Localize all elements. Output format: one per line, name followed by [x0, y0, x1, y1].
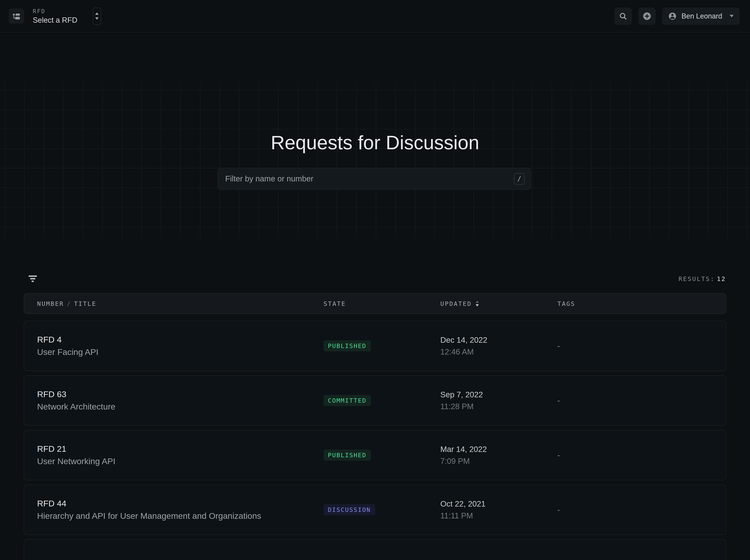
rfd-eyebrow-label: RFD	[33, 8, 77, 15]
sort-desc-icon	[476, 304, 479, 306]
updated-time: 11:28 PM	[440, 402, 557, 411]
rfd-index-page: { "header": { "app_label": "RFD", "selec…	[0, 0, 750, 560]
updated-date: Oct 22, 2021	[440, 499, 557, 509]
updated-date: Mar 14, 2022	[440, 445, 557, 454]
rfd-number: RFD 70	[37, 558, 323, 560]
results-bar: RESULTS:12	[24, 275, 726, 282]
results-section: RESULTS:12 NUMBER/TITLE STATE UPDATED TA…	[24, 275, 726, 560]
sort-arrows-icon	[476, 301, 479, 306]
state-badge: PUBLISHED	[323, 340, 371, 351]
table-header: NUMBER/TITLE STATE UPDATED TAGS	[24, 293, 726, 314]
results-value: 12	[717, 275, 726, 282]
filter-input[interactable]	[218, 168, 514, 189]
search-button[interactable]	[614, 7, 632, 25]
updated-date: Dec 14, 2022	[440, 336, 557, 345]
plus-circle-icon	[643, 12, 652, 21]
search-icon	[619, 12, 628, 21]
rfd-number: RFD 44	[37, 499, 323, 509]
user-name: Ben Leonard	[682, 12, 722, 20]
person-circle-icon	[668, 12, 677, 21]
rfd-number: RFD 21	[37, 444, 323, 454]
updated-date: Sep 30, 2021	[440, 558, 557, 560]
top-bar-actions: Ben Leonard	[614, 7, 739, 25]
column-updated[interactable]: UPDATED	[440, 300, 557, 307]
results-label: RESULTS:	[678, 275, 715, 282]
rfd-number: RFD 4	[37, 335, 323, 345]
rfd-stepper-button[interactable]	[93, 7, 101, 25]
rfd-title: User Networking API	[37, 456, 323, 466]
stepper-down-icon	[95, 17, 99, 20]
tags-value: -	[557, 341, 726, 350]
updated-date: Sep 7, 2022	[440, 390, 557, 399]
state-badge: DISCUSSION	[323, 504, 375, 515]
results-count: RESULTS:12	[678, 275, 726, 282]
hero-section: Requests for Discussion /	[0, 33, 750, 275]
rfd-selector-group: RFD Select a RFD	[9, 7, 101, 25]
stepper-up-icon	[95, 13, 99, 15]
column-tags[interactable]: TAGS	[557, 300, 726, 307]
state-badge: COMMITTED	[323, 395, 371, 406]
filter-box: /	[218, 168, 531, 190]
filter-button[interactable]	[28, 275, 37, 282]
tags-value: -	[557, 451, 726, 460]
rfd-logo-button[interactable]	[9, 8, 24, 24]
updated-time: 12:46 AM	[440, 348, 557, 356]
rfd-number: RFD 63	[37, 390, 323, 399]
updated-time: 11:11 PM	[440, 511, 557, 520]
rfd-row[interactable]: RFD 63Network Architecture COMMITTED Sep…	[24, 375, 726, 426]
updated-time: 7:09 PM	[440, 457, 557, 465]
grid-background	[0, 70, 750, 247]
user-menu-button[interactable]: Ben Leonard	[662, 7, 739, 25]
chevron-down-icon	[730, 15, 734, 17]
rfd-title: User Facing API	[37, 347, 323, 357]
state-badge: PUBLISHED	[323, 450, 371, 461]
rfd-row[interactable]: RFD 4User Facing API PUBLISHED Dec 14, 2…	[24, 320, 726, 371]
sort-asc-icon	[476, 301, 479, 303]
slash-shortcut-badge: /	[514, 173, 525, 185]
rfd-selector-value[interactable]: Select a RFD	[33, 16, 77, 24]
rfd-title: Hierarchy and API for User Management an…	[37, 511, 323, 521]
rfd-title: Network Architecture	[37, 402, 323, 412]
tags-value: -	[557, 396, 726, 405]
column-state[interactable]: STATE	[323, 300, 440, 307]
page-title: Requests for Discussion	[0, 131, 750, 154]
rfd-row[interactable]: RFD 44Hierarchy and API for User Managem…	[24, 484, 726, 535]
rfd-selector-labels: RFD Select a RFD	[33, 8, 77, 24]
rfd-row[interactable]: RFD 70 Sep 30, 2021	[24, 539, 726, 560]
filter-lines-icon	[28, 275, 37, 282]
rfd-tree-icon	[12, 12, 21, 21]
new-rfd-button[interactable]	[638, 7, 656, 25]
tags-value: -	[557, 505, 726, 514]
top-bar: RFD Select a RFD	[0, 0, 750, 33]
column-number-title[interactable]: NUMBER/TITLE	[37, 300, 323, 307]
rfd-row[interactable]: RFD 21User Networking API PUBLISHED Mar …	[24, 430, 726, 480]
